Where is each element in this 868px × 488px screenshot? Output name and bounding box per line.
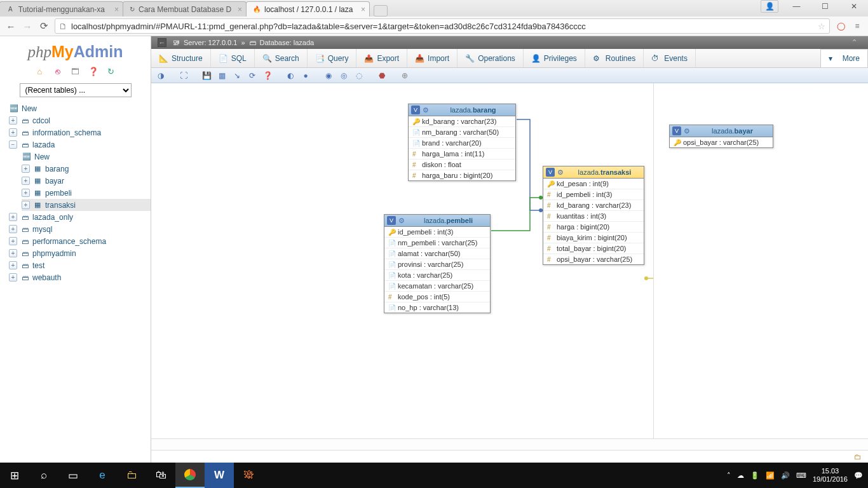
tab-export[interactable]: 📤Export (356, 49, 407, 67)
home-icon[interactable]: ⌂ (35, 67, 45, 77)
expand-toggle-icon[interactable]: + (9, 249, 17, 257)
reload-tables-icon[interactable]: ⟳ (247, 70, 258, 81)
table-header[interactable]: V⚙lazada.pembeli (384, 215, 490, 227)
tree-db-information_schema[interactable]: +🗃information_schema (9, 126, 151, 139)
export-schema-icon[interactable]: ⬣ (376, 70, 388, 81)
minimize-button[interactable]: — (782, 0, 811, 13)
breadcrumb-db[interactable]: Database: lazada (260, 39, 315, 46)
column-row[interactable]: 📄alamat : varchar(50) (384, 248, 490, 259)
column-row[interactable]: 📄no_hp : varchar(13) (384, 302, 490, 313)
xampp-icon[interactable]: 🗱 (234, 463, 263, 488)
save-icon[interactable]: 💾 (201, 70, 212, 81)
column-row[interactable]: 🔑id_pembeli : int(3) (384, 227, 490, 238)
bookmark-star-icon[interactable]: ☆ (818, 22, 825, 31)
tree-new[interactable]: 🆕 New (9, 102, 151, 114)
recent-tables-select[interactable]: (Recent tables) ... (20, 83, 132, 97)
expand-toggle-icon[interactable]: + (9, 116, 17, 125)
designer-table-pembeli[interactable]: V⚙lazada.pembeli🔑id_pembeli : int(3)📄nm_… (384, 214, 491, 313)
table-v-icon[interactable]: V (387, 216, 396, 225)
tree-db-phpmyadmin[interactable]: +🗃phpmyadmin (9, 247, 151, 259)
column-row[interactable]: #kd_barang : varchar(23) (543, 200, 644, 211)
tree-db-performance_schema[interactable]: +🗃performance_schema (9, 235, 151, 247)
task-view-icon[interactable]: ▭ (58, 463, 88, 488)
tab-import[interactable]: 📥Import (407, 49, 458, 67)
edge-icon[interactable]: e (88, 463, 117, 488)
tab-close-icon[interactable]: × (238, 5, 242, 14)
volume-icon[interactable]: 🔊 (781, 471, 790, 480)
sql-query-icon[interactable]: 🗔 (71, 67, 81, 77)
tree-db-lazada[interactable]: −🗃lazada (9, 139, 151, 151)
docs-icon[interactable]: ❓ (88, 67, 98, 77)
tree-table-barang[interactable]: +▦barang (22, 163, 151, 175)
tab-operations[interactable]: 🔧Operations (458, 49, 524, 67)
expand-toggle-icon[interactable]: + (9, 128, 17, 137)
column-row[interactable]: 🔑kd_pesan : int(9) (543, 179, 644, 189)
store-icon[interactable]: 🛍 (146, 463, 175, 488)
grid-snap-icon[interactable]: ◉ (323, 70, 334, 81)
tab-close-icon[interactable]: × (114, 5, 119, 14)
opera-extension-icon[interactable]: ◯ (835, 20, 846, 32)
expand-toggle-icon[interactable]: + (22, 201, 30, 209)
table-header[interactable]: V⚙lazada.barang (409, 104, 515, 116)
expand-toggle-icon[interactable]: + (22, 177, 30, 185)
forward-button[interactable]: → (22, 20, 33, 32)
chrome-menu-icon[interactable]: ≡ (851, 20, 863, 32)
toggle-small-icon[interactable]: ◌ (353, 70, 365, 81)
table-gear-icon[interactable]: ⚙ (398, 217, 407, 225)
column-row[interactable]: 📄provinsi : varchar(25) (384, 259, 490, 270)
column-row[interactable]: #biaya_kirim : bigint(20) (543, 233, 644, 243)
table-icon[interactable]: ▦ (216, 70, 227, 81)
chrome-user-icon[interactable]: 👤 (761, 0, 778, 13)
clock[interactable]: 15.03 19/01/2016 (813, 467, 848, 484)
tab-close-icon[interactable]: × (361, 5, 365, 14)
expand-toggle-icon[interactable]: + (9, 261, 17, 269)
tree-db-test[interactable]: +🗃test (9, 259, 151, 271)
tree-db-cdcol[interactable]: +🗃cdcol (9, 114, 151, 126)
column-row[interactable]: 📄nm_pembeli : varchar(25) (384, 238, 490, 248)
table-header[interactable]: V⚙lazada.transaksi (543, 166, 644, 179)
help-icon[interactable]: ❓ (262, 70, 273, 81)
column-row[interactable]: #diskon : float (409, 159, 515, 170)
reload-button[interactable]: ⟳ (38, 20, 50, 32)
expand-toggle-icon[interactable]: + (22, 165, 30, 173)
designer-canvas[interactable]: V⚙lazada.barang🔑kd_barang : varchar(23)📄… (151, 83, 653, 438)
small-all-icon[interactable]: ◎ (338, 70, 349, 81)
expand-toggle-icon[interactable]: − (9, 140, 17, 149)
tree-db-mysql[interactable]: +🗃mysql (9, 223, 151, 235)
expand-toggle-icon[interactable]: + (9, 237, 17, 245)
word-icon[interactable]: W (205, 463, 234, 488)
chrome-taskbar-icon[interactable] (175, 463, 205, 488)
column-row[interactable]: #opsi_bayar : varchar(25) (543, 254, 644, 264)
expand-toggle-icon[interactable]: + (9, 273, 17, 281)
file-explorer-icon[interactable]: 🗀 (117, 463, 146, 488)
expand-toggle-icon[interactable]: + (22, 189, 30, 197)
browser-tab[interactable]: ↻Cara Membuat Database D× (123, 1, 247, 17)
column-row[interactable]: #kode_pos : int(5) (384, 292, 490, 302)
table-v-icon[interactable]: V (546, 168, 555, 177)
toggle-left-icon[interactable]: ◑ (155, 70, 166, 81)
angular-icon[interactable]: ◐ (285, 70, 296, 81)
column-row[interactable]: #harga_baru : bigint(20) (409, 170, 515, 180)
tree-table-New[interactable]: 🆕New (22, 151, 151, 163)
logout-icon[interactable]: ⎋ (53, 67, 63, 77)
relation-icon[interactable]: ↘ (231, 70, 243, 81)
tray-up-icon[interactable]: ˄ (727, 471, 731, 480)
tree-db-lazada_only[interactable]: +🗃lazada_only (9, 211, 151, 223)
table-gear-icon[interactable]: ⚙ (557, 168, 566, 177)
tab-routines[interactable]: ⚙Routines (585, 49, 644, 67)
start-button[interactable]: ⊞ (0, 463, 29, 488)
maximize-button[interactable]: ☐ (811, 0, 839, 13)
table-header[interactable]: V⚙lazada.bayar (670, 125, 773, 137)
designer-table-bayar[interactable]: V⚙lazada.bayar🔑opsi_bayar : varchar(25) (669, 125, 773, 148)
table-v-icon[interactable]: V (672, 126, 681, 135)
notifications-icon[interactable]: 💬 (854, 471, 863, 480)
back-button[interactable]: ← (5, 20, 17, 32)
tab-privileges[interactable]: 👤Privileges (524, 49, 585, 67)
bookmark-icon[interactable]: 🗀 (854, 452, 862, 461)
column-row[interactable]: #kuantitas : int(3) (543, 211, 644, 222)
table-gear-icon[interactable]: ⚙ (684, 127, 692, 135)
move-icon[interactable]: ⊕ (399, 70, 410, 81)
breadcrumb-server[interactable]: Server: 127.0.0.1 (184, 39, 237, 46)
column-row[interactable]: 🔑opsi_bayar : varchar(25) (670, 137, 773, 147)
column-row[interactable]: 📄kecamatan : varchar(25) (384, 281, 490, 292)
